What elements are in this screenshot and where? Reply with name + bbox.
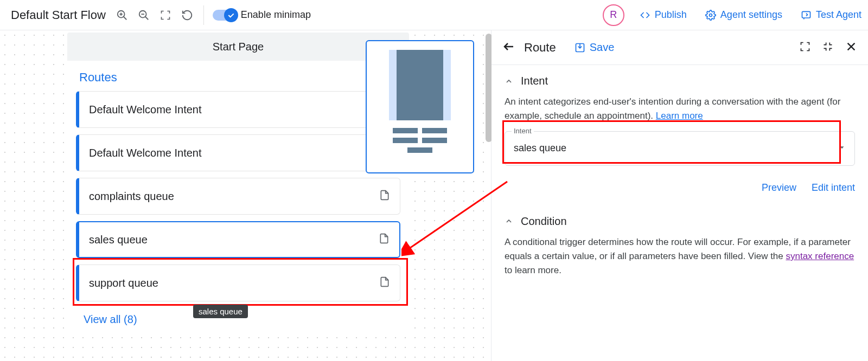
route-item-support[interactable]: support queue [76,265,400,301]
condition-heading: Condition [521,215,567,228]
chevron-up-icon [505,77,513,86]
panel-header: Route Save [492,30,868,65]
flow-title: Default Start Flow [11,8,106,22]
preview-button[interactable]: Preview [762,182,796,194]
agent-settings-button[interactable]: Agent settings [705,9,782,21]
svg-point-7 [709,14,712,16]
intent-heading: Intent [521,75,548,87]
svg-line-1 [124,16,127,20]
page-icon [379,233,390,247]
route-label: Default Welcome Intent [89,104,390,116]
collapse-icon[interactable] [822,41,833,54]
zoom-out-icon[interactable] [133,4,155,26]
page-icon [379,189,390,203]
tooltip-sales-queue: sales queue [193,305,248,318]
intent-dropdown[interactable]: Intent sales queue [505,131,855,166]
main-area: Start Page Routes Default Welcome Intent… [0,30,868,361]
minimap-toggle[interactable] [213,10,237,21]
route-panel: Route Save Intent [492,30,868,361]
route-label: sales queue [89,234,379,246]
flow-canvas[interactable]: Start Page Routes Default Welcome Intent… [0,30,492,361]
test-agent-button[interactable]: Test Agent [801,9,861,21]
fit-screen-icon[interactable] [155,4,176,26]
route-item-default-welcome-1[interactable]: Default Welcome Intent [76,91,400,128]
routes-heading[interactable]: Routes [67,61,409,91]
panel-title: Route [524,41,556,55]
avatar[interactable]: R [603,4,624,26]
intent-description: An intent categorizes end-user's intenti… [505,95,855,124]
node-header[interactable]: Start Page [67,33,409,61]
svg-line-5 [145,16,149,20]
intent-value: sales queue [514,143,838,154]
edit-intent-button[interactable]: Edit intent [812,182,855,194]
back-button[interactable] [502,40,515,55]
fullscreen-icon[interactable] [800,41,810,54]
publish-label: Publish [655,9,687,21]
syntax-reference-link[interactable]: syntax reference [786,251,854,261]
zoom-in-icon[interactable] [111,4,133,26]
intent-section-toggle[interactable]: Intent [505,75,855,87]
page-icon [379,276,390,290]
save-label: Save [590,41,615,54]
save-button[interactable]: Save [575,41,615,54]
node-title: Start Page [213,41,264,53]
minimap[interactable] [366,40,474,173]
start-page-node: Start Page Routes Default Welcome Intent… [67,33,409,331]
route-label: Default Welcome Intent [89,147,390,159]
intent-field-label: Intent [512,127,534,135]
separator [203,5,204,25]
condition-description: A conditional trigger determines how the… [505,235,855,278]
svg-rect-8 [802,11,810,18]
route-item-sales[interactable]: sales queue [76,221,400,258]
agent-settings-label: Agent settings [720,9,782,21]
reset-layout-icon[interactable] [176,4,198,26]
test-agent-label: Test Agent [816,9,861,21]
close-icon[interactable] [845,41,857,55]
learn-more-link[interactable]: Learn more [656,111,703,121]
route-label: support queue [89,277,379,289]
chevron-up-icon [505,217,513,225]
condition-section-toggle[interactable]: Condition [505,215,855,228]
minimap-label: Enable minimap [241,9,311,21]
publish-button[interactable]: Publish [640,9,687,21]
route-label: complaints queue [89,190,379,203]
route-item-complaints[interactable]: complaints queue [76,178,400,215]
check-icon [224,8,238,22]
route-item-default-welcome-2[interactable]: Default Welcome Intent [76,134,400,171]
dropdown-caret-icon [838,144,846,153]
top-toolbar: Default Start Flow Enable minimap R Publ… [0,0,868,30]
svg-marker-15 [840,146,844,149]
